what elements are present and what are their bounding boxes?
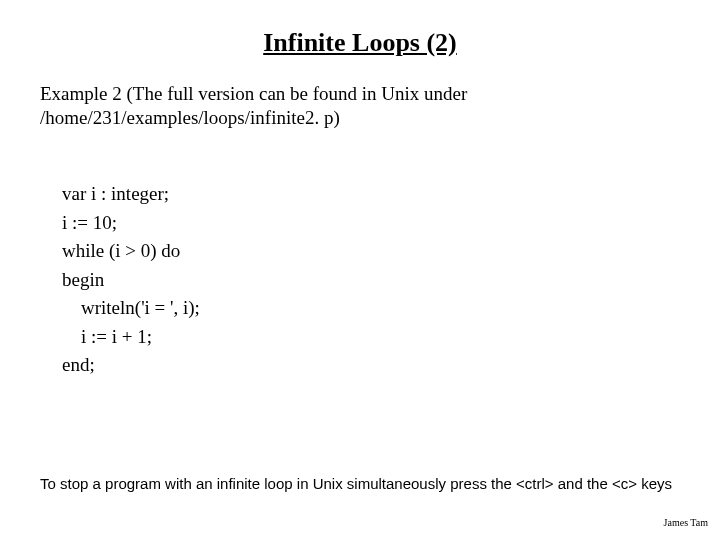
- code-line: var i : integer;: [62, 183, 169, 204]
- code-block: var i : integer; i := 10; while (i > 0) …: [62, 152, 680, 380]
- intro-line-2: /home/231/examples/loops/infinite2. p): [40, 106, 680, 130]
- slide: Infinite Loops (2) Example 2 (The full v…: [0, 0, 720, 540]
- example-description: Example 2 (The full version can be found…: [40, 82, 680, 130]
- code-line: end;: [62, 354, 95, 375]
- code-line: i := 10;: [62, 212, 117, 233]
- intro-line-1: Example 2 (The full version can be found…: [40, 82, 680, 106]
- slide-title: Infinite Loops (2): [40, 28, 680, 58]
- code-line: i := i + 1;: [62, 326, 152, 347]
- footnote: To stop a program with an infinite loop …: [40, 475, 672, 492]
- code-line: writeln('i = ', i);: [62, 297, 200, 318]
- code-line: begin: [62, 269, 104, 290]
- author-credit: James Tam: [664, 517, 708, 528]
- code-line: while (i > 0) do: [62, 240, 180, 261]
